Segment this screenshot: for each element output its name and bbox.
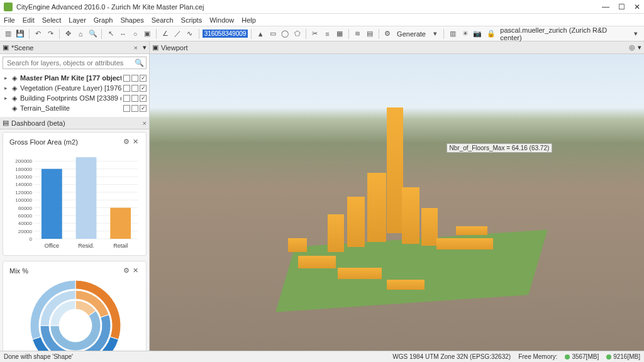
- layer-icon: ◈: [11, 84, 18, 92]
- donut-chart: [9, 278, 142, 351]
- user-label[interactable]: pascal.mueller_zurich (Zurich R&D center…: [497, 26, 629, 41]
- menu-shapes[interactable]: Shapes: [120, 16, 143, 24]
- bar-chart: 0200004000060000800001000001200001400001…: [9, 150, 142, 250]
- menu-select[interactable]: Select: [42, 16, 62, 24]
- settings-icon[interactable]: ⚙: [122, 266, 131, 275]
- expand-icon[interactable]: ▸: [3, 75, 9, 81]
- layer-checkbox[interactable]: ✓: [140, 75, 147, 82]
- user-dropdown-icon[interactable]: ▾: [631, 28, 641, 40]
- lock-icon[interactable]: 🔒: [486, 28, 496, 40]
- layer-item[interactable]: ▸◈Vegetation (Feature Layer) [1976 objec…: [3, 83, 147, 93]
- dashboard-panel: ▤ Dashboard (beta) × Gross Floor Area (m…: [0, 117, 149, 351]
- panel-menu-icon[interactable]: ▾: [143, 43, 147, 52]
- gear-icon[interactable]: ⚙: [382, 28, 393, 40]
- svg-text:20000: 20000: [18, 229, 33, 234]
- minimize-button[interactable]: —: [602, 3, 609, 11]
- rect-icon[interactable]: ▭: [267, 28, 278, 40]
- bookmark-icon[interactable]: ◎: [629, 43, 635, 52]
- status-mem1: 3567[MB]: [565, 353, 599, 360]
- block-icon[interactable]: ▤: [364, 28, 375, 40]
- viewport-icon: ▣: [152, 43, 158, 52]
- layer-checkbox[interactable]: ✓: [140, 85, 147, 92]
- close-button[interactable]: ✕: [634, 3, 640, 11]
- viewport-tooltip: Nbr_of_Floors_Max = 64.16 (63.72): [447, 143, 553, 153]
- card-close-icon[interactable]: ✕: [131, 266, 140, 275]
- save-icon[interactable]: 💾: [14, 28, 25, 40]
- scale-icon[interactable]: ▣: [142, 28, 153, 40]
- title-bar: CityEngine Advanced 2016.0 - Zurich Mr K…: [0, 0, 644, 14]
- nav-icon[interactable]: ✥: [63, 28, 74, 40]
- circle-icon[interactable]: ◯: [279, 28, 290, 40]
- new-icon[interactable]: ▥: [3, 28, 13, 40]
- expand-icon[interactable]: ▸: [3, 85, 9, 91]
- menu-window[interactable]: Window: [209, 16, 234, 24]
- camera-icon[interactable]: 📷: [472, 28, 482, 40]
- layer-checkbox[interactable]: [131, 85, 138, 92]
- layer-checkbox[interactable]: [131, 75, 138, 82]
- view-settings-icon[interactable]: ▾: [638, 43, 641, 52]
- align-icon[interactable]: ≡: [322, 28, 333, 40]
- svg-text:Retail: Retail: [113, 243, 128, 249]
- menu-file[interactable]: File: [4, 16, 15, 24]
- menu-scripts[interactable]: Scripts: [181, 16, 203, 24]
- search-icon[interactable]: 🔍: [135, 58, 144, 67]
- undo-icon[interactable]: ↶: [33, 28, 43, 40]
- dropdown-icon[interactable]: ▾: [430, 28, 440, 40]
- viewport-tab[interactable]: Viewport: [161, 44, 188, 52]
- layers-icon[interactable]: ▥: [447, 28, 458, 40]
- status-mem2: 9216[MB]: [606, 353, 640, 360]
- layer-checkbox[interactable]: ✓: [140, 105, 147, 112]
- layer-item[interactable]: ▸◈Building Footprints OSM [23389 objects…: [3, 93, 147, 103]
- dashboard-close-icon[interactable]: ×: [143, 119, 147, 127]
- shape-icon[interactable]: ▲: [255, 28, 265, 40]
- panel-close-icon[interactable]: ×: [134, 44, 138, 52]
- menu-help[interactable]: Help: [242, 16, 256, 24]
- layer-item[interactable]: ▸◈Master Plan Mr Kite [177 objects, 1 se…: [3, 73, 147, 83]
- layer-checkbox[interactable]: [123, 105, 130, 112]
- status-bar: Done with shape 'Shape' WGS 1984 UTM Zon…: [0, 351, 644, 362]
- layer-checkbox[interactable]: [123, 85, 130, 92]
- sun-icon[interactable]: ☀: [460, 28, 470, 40]
- search-input[interactable]: [3, 57, 147, 69]
- street-icon[interactable]: ≋: [352, 28, 363, 40]
- menu-layer[interactable]: Layer: [69, 16, 86, 24]
- layer-checkbox[interactable]: ✓: [140, 95, 147, 102]
- layer-label: Building Footprints OSM [23389 objects]: [20, 94, 121, 102]
- dashboard-tab[interactable]: Dashboard (beta): [11, 119, 65, 127]
- menu-edit[interactable]: Edit: [23, 16, 35, 24]
- menu-search[interactable]: Search: [152, 16, 174, 24]
- line-icon[interactable]: ／: [172, 28, 183, 40]
- svg-text:Office: Office: [45, 243, 59, 249]
- cleanup-icon[interactable]: ✂: [309, 28, 320, 40]
- card-title: Gross Floor Area (m2): [9, 138, 122, 146]
- viewport-3d[interactable]: Nbr_of_Floors_Max = 64.16 (63.72): [150, 54, 644, 351]
- layer-item[interactable]: ◈Terrain_Satellite✓: [3, 103, 147, 113]
- texture-icon[interactable]: ▦: [334, 28, 345, 40]
- poly-icon[interactable]: ⬠: [292, 28, 303, 40]
- zoom-icon[interactable]: 🔍: [87, 28, 98, 40]
- maximize-button[interactable]: ☐: [618, 3, 625, 11]
- settings-icon[interactable]: ⚙: [122, 138, 131, 146]
- scene-tab[interactable]: *Scene: [11, 44, 33, 52]
- svg-text:120000: 120000: [15, 190, 32, 195]
- pointer-icon[interactable]: ↖: [105, 28, 116, 40]
- redo-icon[interactable]: ↷: [45, 28, 55, 40]
- menu-graph[interactable]: Graph: [94, 16, 113, 24]
- curve-icon[interactable]: ∿: [184, 28, 195, 40]
- frame-icon[interactable]: ⌂: [75, 28, 86, 40]
- layer-checkbox[interactable]: [131, 95, 138, 102]
- viewport-panel: ▣ Viewport ◎ ▾ Nbr_of_Floors_Max = 64.16…: [150, 41, 644, 351]
- move-icon[interactable]: ↔: [118, 28, 128, 40]
- layer-checkbox[interactable]: [123, 95, 130, 102]
- svg-text:100000: 100000: [15, 197, 32, 203]
- card-close-icon[interactable]: ✕: [131, 138, 140, 146]
- layer-checkbox[interactable]: [123, 75, 130, 82]
- layer-checkbox[interactable]: [131, 105, 138, 112]
- rotate-icon[interactable]: ○: [130, 28, 140, 40]
- layer-tree: ▸◈Master Plan Mr Kite [177 objects, 1 se…: [0, 72, 149, 117]
- expand-icon[interactable]: ▸: [3, 95, 9, 101]
- window-title: CityEngine Advanced 2016.0 - Zurich Mr K…: [16, 3, 602, 11]
- status-crs: WGS 1984 UTM Zone 32N (EPSG:32632): [392, 353, 511, 360]
- generate-button[interactable]: Generate: [394, 30, 428, 38]
- edge-icon[interactable]: ∠: [160, 28, 170, 40]
